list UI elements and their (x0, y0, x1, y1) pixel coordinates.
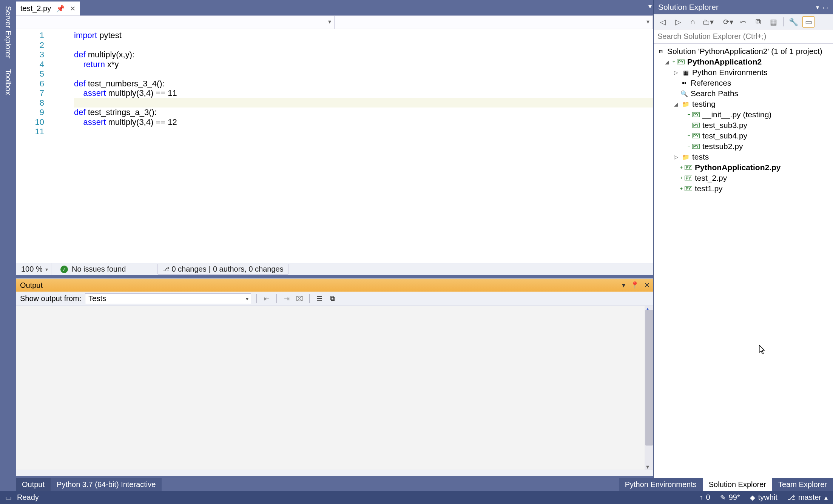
document-tab-active[interactable]: test_2.py 📌 ✕ (16, 2, 80, 15)
output-panel-title-bar[interactable]: Output ▾ 📍 ✕ (16, 279, 654, 292)
chevron-up-icon: ▴ (824, 493, 828, 502)
file-node[interactable]: + PY test1.py (654, 183, 833, 194)
code-line[interactable]: import pytest (74, 31, 653, 40)
solution-explorer-search-input[interactable] (657, 32, 829, 41)
solution-explorer-toolbar: ◁ ▷ ⌂ 🗀▾ ⟳▾ ⤺ ⧉ ▦ 🔧 ▭ (654, 14, 833, 29)
collapse-all-icon[interactable]: ⧉ (752, 16, 764, 28)
expander-icon[interactable]: ▷ (673, 69, 679, 75)
python-environments-node[interactable]: ▷ ▦ Python Environments (654, 67, 833, 78)
zoom-dropdown[interactable]: 100 % (16, 263, 51, 275)
user-name: tywhit (758, 493, 777, 502)
output-close-icon[interactable]: ✕ (644, 281, 650, 289)
solution-explorer-search[interactable] (654, 29, 833, 44)
go-to-prev-icon[interactable]: ⇤ (262, 294, 271, 303)
references-node[interactable]: ▪▪ References (654, 78, 833, 88)
issues-indicator[interactable]: ✓ No issues found (51, 265, 135, 274)
search-paths-node[interactable]: 🔍 Search Paths (654, 88, 833, 99)
code-line[interactable]: def test_strings_a_3(): (74, 108, 653, 117)
code-line[interactable] (74, 69, 653, 79)
close-tab-icon[interactable]: ✕ (70, 5, 76, 13)
document-tab-overflow-icon[interactable]: ▾ (648, 2, 652, 11)
properties-icon[interactable]: 🔧 (787, 16, 799, 28)
code-line[interactable] (74, 40, 653, 50)
nav-scope-dropdown[interactable] (16, 16, 335, 29)
code-line[interactable]: return x*y (74, 60, 653, 69)
user-button[interactable]: ◆ tywhit (750, 493, 777, 502)
toggle-program-output-icon[interactable]: ⧉ (328, 294, 337, 303)
sln-maximize-icon[interactable]: ▭ (823, 4, 828, 11)
code-content[interactable]: import pytestdef multiply(x,y): return x… (52, 29, 653, 264)
tests-folder-node[interactable]: ▷ 📁 tests (654, 152, 833, 162)
show-all-icon[interactable]: ▦ (767, 16, 779, 28)
py-badge-icon: PY (692, 144, 700, 149)
tab-solution-explorer[interactable]: Solution Explorer (703, 478, 772, 491)
tab-python-interactive[interactable]: Python 3.7 (64-bit) Interactive (51, 478, 162, 491)
output-source-dropdown[interactable]: Tests (85, 293, 251, 304)
check-icon: ✓ (60, 266, 68, 273)
pin-tab-icon[interactable]: 📌 (56, 5, 65, 13)
code-line[interactable]: def multiply(x,y): (74, 50, 653, 60)
expander-icon[interactable]: ▷ (673, 154, 679, 160)
line-number: 4 (16, 60, 52, 69)
nav-member-dropdown[interactable] (335, 16, 653, 29)
file-node[interactable]: + PY test_2.py (654, 173, 833, 183)
server-explorer-tab[interactable]: Server Explorer (2, 2, 15, 63)
py-badge-icon: PY (677, 60, 685, 65)
output-dropdown-icon[interactable]: ▾ (622, 281, 625, 289)
code-editor[interactable]: 1234567891011 import pytestdef multiply(… (16, 29, 653, 264)
line-number: 2 (16, 40, 52, 50)
file-node[interactable]: + PY PythonApplication2.py (654, 162, 833, 173)
code-line[interactable]: assert multiply(3,4) == 11 (74, 88, 653, 98)
code-line[interactable]: def test_numbers_3_4(): (74, 79, 653, 89)
output-vertical-scrollbar[interactable] (645, 306, 654, 470)
refresh-icon[interactable]: ⤺ (737, 16, 749, 28)
toolbox-tab[interactable]: Toolbox (2, 65, 15, 100)
pending-changes-button[interactable]: ✎ 99* (720, 493, 740, 502)
scrollbar-thumb[interactable] (645, 310, 653, 446)
plus-icon: + (688, 112, 690, 117)
expander-icon[interactable]: ◢ (663, 59, 670, 65)
solution-root[interactable]: ⧈ Solution 'PythonApplication2' (1 of 1 … (654, 46, 833, 57)
expander-icon[interactable]: ◢ (673, 101, 679, 107)
editor-status-bar: 100 % ✓ No issues found ⎇ 0 changes | 0 … (16, 263, 653, 275)
py-badge-icon: PY (692, 134, 700, 138)
status-text: Ready (17, 493, 39, 502)
code-line[interactable]: assert multiply(3,4) == 12 (74, 117, 653, 127)
sync-icon[interactable]: 🗀▾ (702, 16, 714, 28)
home-icon[interactable]: ⌂ (687, 16, 699, 28)
solution-tree: ⧈ Solution 'PythonApplication2' (1 of 1 … (654, 44, 833, 478)
publish-button[interactable]: ↑ 0 (700, 493, 710, 502)
solution-explorer-title-bar[interactable]: Solution Explorer ▾ ▭ (654, 0, 833, 14)
file-node[interactable]: + PY test_sub3.py (654, 120, 833, 131)
scope-icon[interactable]: ⟳▾ (722, 16, 734, 28)
output-horizontal-scrollbar[interactable] (16, 470, 654, 476)
back-icon[interactable]: ◁ (657, 16, 669, 28)
solution-explorer-title: Solution Explorer (658, 3, 719, 12)
testing-folder-node[interactable]: ◢ 📁 testing (654, 99, 833, 109)
codelens-changes[interactable]: ⎇ 0 changes | 0 authors, 0 changes (157, 264, 288, 275)
code-line[interactable] (74, 98, 653, 108)
solution-icon: ⧈ (657, 48, 665, 55)
tab-python-environments[interactable]: Python Environments (619, 478, 703, 491)
environments-icon: ▦ (682, 69, 690, 76)
bottom-tool-tabs: Output Python 3.7 (64-bit) Interactive (16, 478, 654, 491)
project-node[interactable]: ◢ + PY PythonApplication2 (654, 57, 833, 67)
output-pin-icon[interactable]: 📍 (631, 281, 639, 289)
branch-button[interactable]: ⎇ master ▴ (787, 493, 828, 502)
tab-team-explorer[interactable]: Team Explorer (772, 478, 833, 491)
file-node[interactable]: + PY __init__.py (testing) (654, 109, 833, 120)
clear-all-icon[interactable]: ⌧ (295, 294, 304, 303)
output-content[interactable] (16, 306, 654, 470)
go-to-next-icon[interactable]: ⇥ (282, 294, 291, 303)
forward-icon[interactable]: ▷ (672, 16, 684, 28)
sln-dropdown-icon[interactable]: ▾ (816, 4, 819, 11)
right-tool-tabs: Python Environments Solution Explorer Te… (619, 478, 833, 491)
tab-output[interactable]: Output (16, 478, 51, 491)
toggle-wordwrap-icon[interactable]: ☰ (315, 294, 324, 303)
preview-icon[interactable]: ▭ (802, 16, 814, 28)
py-badge-icon: PY (692, 112, 700, 117)
file-node[interactable]: + PY test_sub4.py (654, 131, 833, 141)
environments-label: Python Environments (692, 68, 768, 77)
file-node[interactable]: + PY testsub2.py (654, 141, 833, 152)
code-line[interactable] (74, 127, 653, 137)
